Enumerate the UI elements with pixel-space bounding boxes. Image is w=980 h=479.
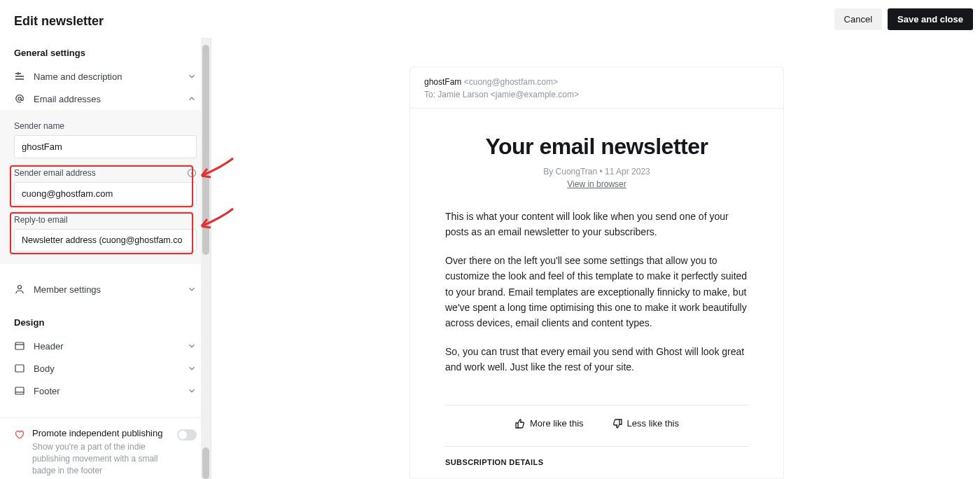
scrollbar[interactable] — [201, 38, 211, 479]
scrollbar-thumb[interactable] — [202, 45, 209, 255]
chevron-down-icon — [187, 71, 197, 81]
row-label: Header — [34, 341, 64, 352]
section-design: Design — [0, 307, 211, 335]
chevron-down-icon — [187, 284, 197, 294]
row-label: Email addresses — [34, 94, 101, 104]
row-header[interactable]: Header — [0, 335, 211, 357]
reply-to-select[interactable]: Newsletter address (cuong@ghostfam.co — [14, 229, 197, 251]
at-sign-icon — [14, 93, 25, 104]
row-label: Name and description — [34, 71, 122, 82]
more-like-this-label: More like this — [530, 418, 584, 429]
promote-description: Show you're a part of the indie publishi… — [32, 441, 177, 476]
sender-email-label: Sender email address — [14, 168, 96, 178]
row-label: Member settings — [34, 284, 101, 295]
email-addresses-panel: Sender name Sender email address Reply-t… — [0, 110, 211, 264]
layout-body-icon — [14, 363, 25, 374]
reply-to-label: Reply-to email — [14, 215, 197, 225]
save-and-close-button[interactable]: Save and close — [888, 8, 973, 30]
row-label: Footer — [34, 386, 60, 396]
view-in-browser-link[interactable]: View in browser — [445, 179, 748, 189]
chevron-up-icon — [187, 94, 197, 104]
row-member-settings[interactable]: Member settings — [0, 278, 211, 300]
row-name-description[interactable]: Name and description — [0, 65, 211, 88]
svg-rect-4 — [15, 365, 24, 372]
thumbs-down-icon — [612, 418, 623, 429]
row-body[interactable]: Body — [0, 357, 211, 380]
user-icon — [14, 284, 25, 295]
subscription-details-header: SUBSCRIPTION DETAILS — [410, 447, 783, 466]
promote-title: Promote independent publishing — [32, 428, 177, 438]
sender-name-input[interactable] — [14, 135, 197, 158]
text-lines-icon — [14, 71, 25, 82]
thumbs-up-icon — [514, 418, 526, 429]
row-email-addresses[interactable]: Email addresses — [0, 88, 211, 110]
heart-icon — [14, 429, 25, 440]
preview-header: ghostFam <cuong@ghostfam.com> To: Jamie … — [410, 67, 783, 109]
svg-rect-5 — [15, 387, 24, 394]
preview-from-email: <cuong@ghostfam.com> — [464, 77, 558, 87]
sender-name-label: Sender name — [14, 121, 197, 131]
chevron-down-icon — [187, 341, 197, 351]
less-like-this-button[interactable]: Less like this — [612, 418, 679, 429]
more-like-this-button[interactable]: More like this — [514, 418, 584, 429]
section-general-settings: General settings — [0, 38, 211, 65]
preview-from-name: ghostFam — [424, 77, 461, 87]
preview-title: Your email newsletter — [445, 134, 748, 160]
svg-rect-3 — [15, 342, 24, 349]
info-icon[interactable] — [187, 168, 197, 178]
preview-to-label: To: — [424, 90, 435, 99]
feedback-row: More like this Less like this — [410, 405, 783, 443]
promote-toggle[interactable] — [177, 429, 197, 440]
cancel-button[interactable]: Cancel — [834, 8, 882, 30]
layout-header-icon — [14, 340, 25, 352]
sidebar: General settings Name and description Em… — [0, 38, 211, 479]
promote-section: Promote independent publishing Show you'… — [0, 417, 211, 479]
row-footer[interactable]: Footer — [0, 380, 211, 402]
less-like-this-label: Less like this — [627, 418, 679, 429]
newsletter-preview: ghostFam <cuong@ghostfam.com> To: Jamie … — [410, 67, 784, 479]
page-title: Edit newsletter — [14, 14, 104, 29]
preview-meta: By CuongTran • 11 Apr 2023 — [445, 167, 748, 176]
chevron-down-icon — [187, 386, 197, 396]
preview-body-text: This is what your content will look like… — [445, 209, 748, 375]
scrollbar-thumb[interactable] — [202, 447, 209, 479]
sender-email-input[interactable] — [14, 182, 197, 205]
preview-to-value: Jamie Larson <jamie@example.com> — [438, 90, 579, 99]
chevron-down-icon — [187, 363, 197, 373]
layout-footer-icon — [14, 385, 25, 396]
svg-point-0 — [18, 97, 21, 100]
row-label: Body — [34, 363, 55, 374]
svg-point-2 — [18, 286, 22, 289]
